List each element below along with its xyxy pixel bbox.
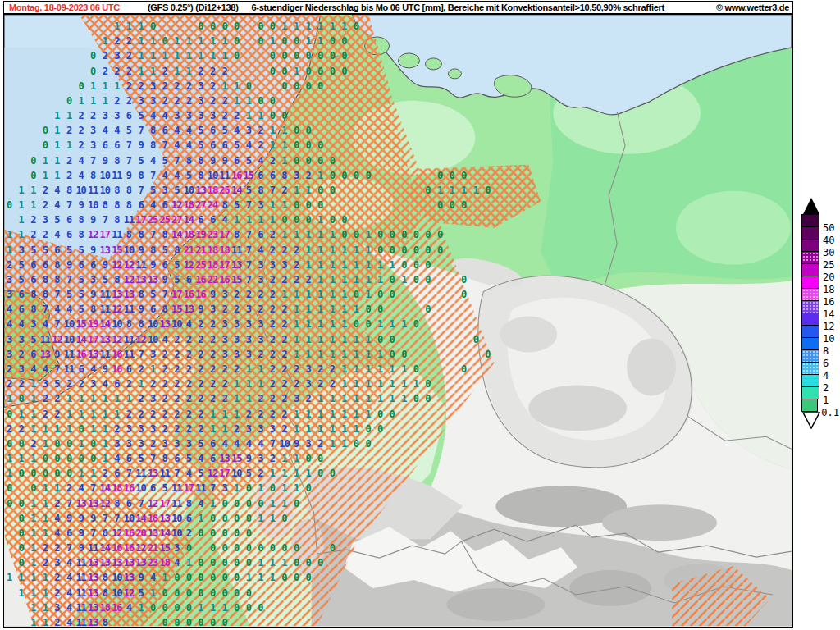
svg-text:1: 1	[341, 423, 347, 435]
svg-text:11: 11	[75, 572, 86, 583]
svg-text:10: 10	[208, 170, 218, 181]
svg-text:2: 2	[19, 378, 25, 390]
svg-text:0: 0	[162, 617, 168, 626]
svg-text:5: 5	[66, 244, 72, 256]
svg-text:0: 0	[198, 572, 203, 583]
svg-text:2: 2	[281, 274, 287, 285]
svg-text:11: 11	[124, 349, 135, 360]
svg-text:1: 1	[270, 139, 276, 151]
svg-text:17: 17	[219, 468, 230, 479]
svg-text:1: 1	[30, 423, 36, 435]
svg-text:2: 2	[306, 170, 312, 181]
scale-swatch	[801, 288, 819, 301]
svg-text:8: 8	[114, 214, 120, 226]
svg-text:8: 8	[234, 229, 240, 240]
svg-text:1: 1	[281, 139, 287, 151]
svg-text:0: 0	[30, 155, 36, 167]
svg-text:6: 6	[258, 170, 263, 181]
svg-text:7: 7	[270, 185, 276, 196]
svg-text:2: 2	[281, 185, 287, 196]
svg-text:3: 3	[221, 289, 227, 300]
svg-text:1: 1	[306, 318, 312, 330]
svg-text:3: 3	[306, 438, 312, 450]
svg-text:11: 11	[40, 334, 51, 345]
svg-text:5: 5	[19, 274, 25, 285]
svg-text:7: 7	[114, 513, 120, 524]
svg-text:3: 3	[246, 349, 252, 360]
svg-text:8: 8	[281, 170, 287, 181]
svg-text:11: 11	[100, 349, 111, 360]
svg-text:1: 1	[66, 110, 72, 121]
svg-text:1: 1	[103, 35, 108, 47]
svg-text:1: 1	[354, 363, 359, 375]
svg-text:8: 8	[54, 274, 60, 285]
svg-text:18: 18	[100, 602, 111, 614]
svg-text:0: 0	[294, 199, 299, 211]
svg-text:5: 5	[234, 199, 240, 211]
svg-text:14: 14	[171, 229, 182, 240]
svg-text:2: 2	[150, 438, 156, 450]
svg-text:0: 0	[281, 214, 287, 226]
svg-text:0: 0	[390, 334, 395, 345]
svg-text:4: 4	[174, 170, 180, 181]
svg-text:7: 7	[150, 170, 156, 181]
svg-text:4: 4	[198, 498, 203, 509]
svg-text:0: 0	[330, 468, 336, 479]
svg-text:0: 0	[90, 50, 96, 62]
svg-text:10: 10	[124, 244, 135, 256]
svg-text:9: 9	[210, 155, 216, 167]
svg-text:0: 0	[473, 334, 479, 345]
svg-text:7: 7	[162, 139, 168, 151]
svg-text:1: 1	[258, 363, 263, 375]
svg-text:1: 1	[317, 35, 323, 47]
svg-text:4: 4	[54, 229, 60, 240]
svg-text:0: 0	[258, 35, 263, 47]
svg-text:4: 4	[186, 468, 192, 479]
svg-text:2: 2	[198, 423, 203, 435]
svg-text:0: 0	[19, 513, 25, 524]
svg-text:1: 1	[354, 244, 359, 256]
svg-text:1: 1	[210, 35, 216, 47]
svg-text:8: 8	[162, 229, 168, 240]
svg-text:4: 4	[66, 602, 72, 614]
svg-text:1: 1	[114, 21, 120, 32]
svg-text:1: 1	[210, 423, 216, 435]
svg-text:2: 2	[186, 527, 192, 539]
svg-text:25: 25	[219, 185, 230, 196]
svg-text:4: 4	[258, 438, 263, 450]
svg-text:0: 0	[281, 110, 287, 121]
svg-text:0: 0	[437, 244, 443, 256]
svg-text:1: 1	[317, 289, 323, 300]
svg-text:0: 0	[7, 199, 12, 211]
scale-label: 25	[823, 260, 834, 270]
svg-text:11: 11	[100, 289, 111, 300]
svg-text:1: 1	[43, 482, 48, 494]
svg-text:2: 2	[221, 95, 227, 107]
svg-text:6: 6	[270, 170, 276, 181]
svg-text:8: 8	[138, 289, 144, 300]
svg-text:8: 8	[79, 229, 84, 240]
svg-text:1: 1	[258, 557, 263, 568]
svg-text:1: 1	[186, 50, 192, 62]
svg-text:10: 10	[124, 513, 135, 524]
svg-text:7: 7	[246, 274, 252, 285]
svg-text:8: 8	[103, 199, 108, 211]
svg-text:17: 17	[159, 498, 170, 509]
svg-text:4: 4	[66, 617, 72, 626]
svg-text:4: 4	[246, 438, 252, 450]
svg-text:1: 1	[354, 393, 359, 404]
svg-text:12: 12	[112, 334, 122, 345]
svg-text:1: 1	[281, 557, 287, 568]
svg-text:7: 7	[90, 482, 96, 494]
svg-text:0: 0	[365, 318, 371, 330]
svg-text:4: 4	[7, 318, 12, 330]
svg-text:10: 10	[88, 199, 98, 211]
svg-text:13: 13	[40, 349, 51, 360]
svg-text:0: 0	[221, 527, 227, 539]
svg-text:0: 0	[330, 66, 336, 77]
svg-text:3: 3	[174, 438, 180, 450]
svg-text:1: 1	[354, 349, 359, 360]
svg-text:1: 1	[138, 35, 144, 47]
svg-text:0: 0	[330, 170, 336, 181]
svg-text:3: 3	[234, 318, 240, 330]
